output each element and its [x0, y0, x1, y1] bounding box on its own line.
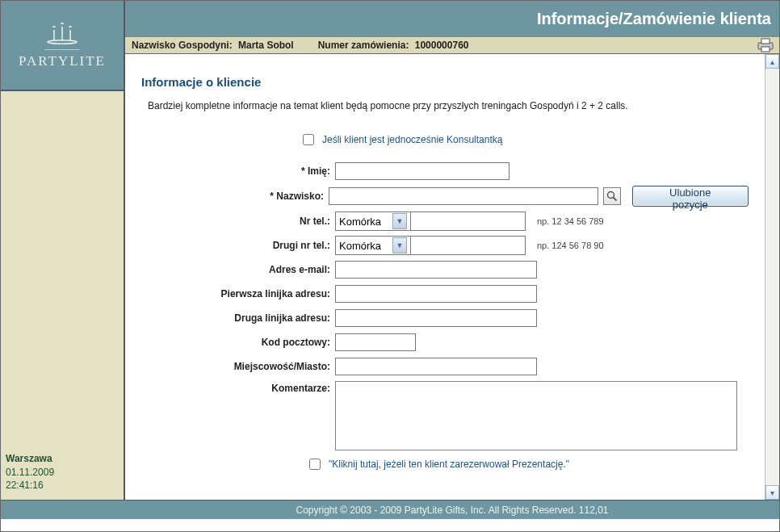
firstname-input[interactable] [335, 162, 510, 180]
label-comments: Komentarze: [190, 381, 335, 394]
phone-type-value[interactable] [336, 213, 392, 229]
section-intro: Bardziej kompletne informacje na temat k… [148, 100, 749, 111]
phone2-type-select[interactable]: ▼ [335, 236, 411, 255]
reserve-label: "Kliknij tutaj, jeżeli ten klient zareze… [329, 459, 569, 470]
candles-icon [44, 22, 80, 50]
city-input[interactable] [335, 358, 537, 375]
consultant-checkbox[interactable] [303, 134, 314, 145]
label-phone: Nr tel.: [190, 216, 335, 227]
vertical-scrollbar[interactable]: ▴ ▾ [765, 54, 779, 500]
lastname-input[interactable] [329, 187, 598, 205]
svg-rect-6 [761, 47, 770, 52]
footer-text: Copyright © 2003 - 2009 PartyLite Gifts,… [296, 505, 608, 516]
consultant-checkbox-label: Jeśli klient jest jednocześnie Konsultan… [322, 134, 502, 145]
hostess-value: Marta Sobol [238, 40, 294, 51]
page-title-bar: Informacje/Zamówienie klienta [125, 1, 779, 36]
phone-input[interactable] [411, 212, 526, 231]
status-date: 01.11.2009 [6, 466, 119, 479]
svg-point-3 [48, 40, 77, 44]
order-label: Numer zamówienia: [318, 40, 409, 51]
label-postal: Kod pocztowy: [190, 337, 335, 348]
phone2-hint: np. 124 56 78 90 [537, 241, 604, 250]
content-pane: Informacje o kliencie Bardziej kompletne… [125, 54, 765, 500]
phone-type-select[interactable]: ▼ [335, 212, 411, 231]
chevron-down-icon[interactable]: ▼ [392, 237, 407, 253]
status-city: Warszawa [6, 452, 119, 465]
brand-name: PARTYLITE [19, 53, 106, 69]
label-firstname: * Imię: [190, 165, 335, 177]
page-title: Informacje/Zamówienie klienta [537, 10, 771, 28]
label-phone2: Drugi nr tel.: [190, 240, 335, 251]
reserve-checkbox[interactable] [309, 459, 321, 470]
scroll-track[interactable] [765, 69, 779, 485]
favorites-button[interactable]: Ulubione pozycje [632, 186, 749, 207]
label-lastname: * Nazwisko: [190, 191, 329, 202]
hostess-label: Nazwisko Gospodyni: [132, 40, 233, 51]
label-addr1: Pierwsza linijka adresu: [190, 288, 335, 300]
svg-point-7 [607, 192, 614, 199]
label-city: Miejscowość/Miasto: [190, 361, 335, 372]
sidebar: PARTYLITE Warszawa 01.11.2009 22:41:16 [1, 1, 125, 500]
order-value: 1000000760 [415, 40, 469, 51]
comments-textarea[interactable] [335, 381, 737, 450]
brand-logo: PARTYLITE [1, 1, 124, 91]
address1-input[interactable] [335, 285, 537, 303]
search-lastname-button[interactable] [603, 187, 620, 205]
postal-input[interactable] [335, 333, 416, 351]
footer: Copyright © 2003 - 2009 PartyLite Gifts,… [1, 500, 779, 519]
scroll-down-button[interactable]: ▾ [765, 485, 779, 500]
info-bar: Nazwisko Gospodyni: Marta Sobol Numer za… [125, 36, 779, 54]
label-email: Adres e-mail: [190, 264, 335, 275]
email-input[interactable] [335, 261, 537, 279]
svg-rect-5 [761, 39, 770, 44]
status-time: 22:41:16 [6, 479, 119, 492]
print-icon[interactable] [757, 38, 774, 52]
scroll-up-button[interactable]: ▴ [765, 54, 779, 69]
phone2-input[interactable] [411, 236, 526, 255]
chevron-down-icon[interactable]: ▼ [392, 213, 407, 229]
phone-hint: np. 12 34 56 789 [537, 216, 604, 226]
address2-input[interactable] [335, 309, 537, 327]
phone2-type-value[interactable] [336, 237, 392, 253]
svg-line-8 [613, 198, 616, 201]
sidebar-status: Warszawa 01.11.2009 22:41:16 [1, 447, 124, 500]
label-addr2: Druga linijka adresu: [190, 312, 335, 324]
section-title: Informacje o kliencie [141, 75, 749, 89]
